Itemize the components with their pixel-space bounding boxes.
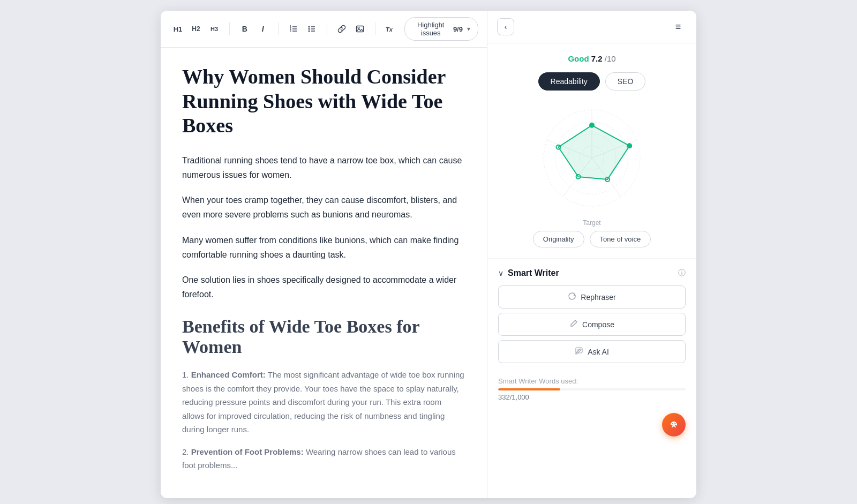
rephraser-button[interactable]: Rephraser (498, 285, 686, 309)
score-max: /10 (605, 54, 616, 63)
highlight-issues-button[interactable]: Highlight issues 9/9 ▾ (404, 17, 478, 41)
svg-text:3: 3 (290, 29, 291, 32)
tab-tone-of-voice[interactable]: Tone of voice (590, 231, 651, 247)
app-container: H1 H2 H3 B I 1 2 3 (161, 11, 696, 498)
toolbar-divider-2 (278, 22, 279, 35)
compose-icon (569, 319, 578, 329)
score-display: Good 7.2 /10 (568, 54, 615, 63)
floating-btn-container (487, 410, 696, 442)
svg-point-6 (308, 26, 310, 28)
list-bold-1: Enhanced Comfort: (191, 370, 266, 379)
words-used-label: Smart Writer Words used: (498, 377, 686, 385)
toolbar: H1 H2 H3 B I 1 2 3 (161, 11, 487, 48)
image-button[interactable] (351, 20, 369, 37)
toolbar-divider-1 (229, 22, 230, 35)
article-para-3: Many women suffer from conditions like b… (182, 233, 465, 262)
bold-button[interactable]: B (236, 20, 253, 37)
svg-rect-12 (357, 26, 364, 32)
list-num-2: 2. (182, 447, 189, 456)
article-title: Why Women Should Consider Running Shoes … (182, 65, 465, 138)
back-icon: ‹ (505, 22, 507, 31)
toolbar-divider-3 (327, 22, 327, 35)
svg-point-13 (358, 27, 359, 29)
smart-writer-info-icon[interactable]: ⓘ (678, 268, 686, 278)
score-good-label: Good (568, 54, 589, 63)
list-num-1: 1. (182, 370, 189, 379)
link-button[interactable] (333, 20, 350, 37)
unordered-list-button[interactable] (303, 20, 320, 37)
panel-menu-button[interactable]: ≡ (670, 18, 687, 35)
rephraser-label: Rephraser (581, 293, 615, 302)
list-bold-2: Prevention of Foot Problems: (191, 447, 304, 456)
floating-action-button[interactable] (662, 413, 686, 437)
radar-svg (533, 99, 651, 217)
h2-button[interactable]: H2 (187, 20, 205, 37)
smart-writer-section: ∨ Smart Writer ⓘ Rephraser (487, 259, 696, 377)
tab-seo[interactable]: SEO (605, 72, 646, 91)
svg-point-8 (308, 31, 310, 32)
score-tabs: Readability SEO (500, 72, 683, 91)
chevron-down-icon: ▾ (467, 25, 470, 33)
score-bottom-tabs: Originality Tone of voice (500, 231, 683, 247)
score-section: Good 7.2 /10 Readability SEO (487, 43, 696, 259)
h3-button[interactable]: H3 (206, 20, 223, 37)
h1-button[interactable]: H1 (169, 20, 186, 37)
compose-label: Compose (582, 320, 614, 329)
ask-ai-button[interactable]: Ask AI (498, 340, 686, 363)
editor-content[interactable]: Why Women Should Consider Running Shoes … (161, 48, 487, 498)
article-h2: Benefits of Wide Toe Boxes for Women (182, 317, 465, 357)
score-panel-header: ‹ ≡ (487, 11, 696, 43)
highlight-label: Highlight issues (412, 21, 448, 37)
article-para-2: When your toes cramp together, they can … (182, 193, 465, 222)
clear-format-button[interactable]: Tx (382, 20, 396, 37)
italic-button[interactable]: I (254, 20, 272, 37)
score-panel: ‹ ≡ Good 7.2 /10 Readability SEO (487, 11, 696, 498)
words-used-bar (498, 388, 686, 390)
list-text-1: The most significant advantage of wide t… (182, 370, 464, 434)
tab-readability[interactable]: Readability (538, 72, 600, 91)
words-used-section: Smart Writer Words used: 332/1,000 (487, 377, 696, 410)
menu-icon: ≡ (675, 21, 681, 33)
article-para-4: One solution lies in shoes specifically … (182, 273, 465, 302)
svg-marker-24 (559, 125, 630, 179)
highlight-count: 9/9 (453, 25, 463, 33)
heading-group: H1 H2 H3 (169, 20, 223, 37)
score-header: Good 7.2 /10 (500, 54, 683, 64)
smart-writer-header: ∨ Smart Writer ⓘ (498, 268, 686, 278)
score-value: 7.2 (591, 54, 603, 63)
radar-chart (500, 99, 683, 217)
svg-text:Tx: Tx (386, 26, 393, 33)
smart-writer-title-row: ∨ Smart Writer (498, 268, 559, 278)
svg-point-7 (308, 28, 310, 30)
compose-button[interactable]: Compose (498, 313, 686, 336)
insert-group (333, 20, 369, 37)
editor-panel: H1 H2 H3 B I 1 2 3 (161, 11, 487, 498)
format-group: B I (236, 20, 272, 37)
words-used-fill (498, 388, 560, 390)
svg-point-26 (627, 143, 632, 148)
rephraser-icon (568, 292, 576, 302)
smart-writer-title: Smart Writer (508, 268, 559, 278)
list-group: 1 2 3 (285, 20, 320, 37)
list-item-1: 1. Enhanced Comfort: The most significan… (182, 368, 465, 437)
ask-ai-icon (575, 347, 583, 357)
ordered-list-button[interactable]: 1 2 3 (285, 20, 302, 37)
smart-writer-chevron-icon: ∨ (498, 269, 503, 277)
article-para-1: Traditional running shoes tend to have a… (182, 153, 465, 182)
panel-back-button[interactable]: ‹ (497, 18, 514, 35)
svg-point-25 (589, 123, 595, 128)
list-item-2: 2. Prevention of Foot Problems: Wearing … (182, 445, 465, 472)
ask-ai-label: Ask AI (588, 348, 609, 356)
toolbar-divider-4 (375, 22, 375, 35)
tab-originality[interactable]: Originality (533, 231, 584, 247)
target-label: Target (500, 219, 683, 227)
words-used-count: 332/1,000 (498, 393, 686, 401)
